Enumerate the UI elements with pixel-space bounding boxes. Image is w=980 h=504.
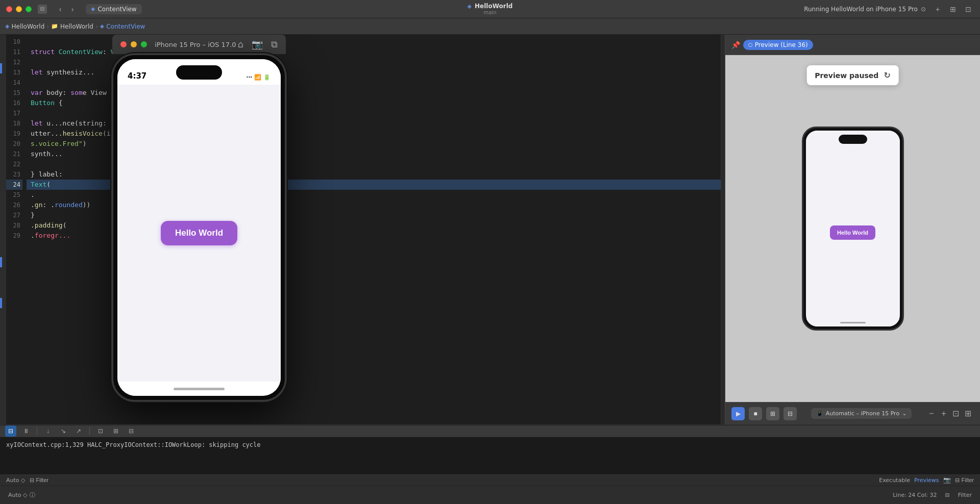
preview-grid-button[interactable]: ⊞ xyxy=(766,407,779,420)
ln-20: 20 xyxy=(6,139,22,149)
previews-label: Previews xyxy=(914,477,939,484)
ln-19: 19 xyxy=(6,129,22,139)
app-icon: ◈ xyxy=(468,3,472,10)
nav-back-button[interactable]: ‹ xyxy=(55,4,65,14)
ln-11: 11 xyxy=(6,47,22,57)
preview-screen: Hello World xyxy=(806,147,900,318)
step-out-btn[interactable]: ↗ xyxy=(73,425,84,437)
status-left: Auto ◇ ⓘ xyxy=(8,491,35,499)
maximize-button[interactable] xyxy=(26,6,32,12)
preview-stop-button[interactable]: ■ xyxy=(749,407,762,420)
ln-24: 24 xyxy=(6,180,22,190)
debug-pause-btn[interactable]: ⏸ xyxy=(20,425,32,437)
traffic-lights xyxy=(6,6,32,12)
close-button[interactable] xyxy=(6,6,12,12)
preview-hello-world-button[interactable]: Hello World xyxy=(830,225,875,240)
iphone-status-right: ··· 📶 🔋 xyxy=(247,74,271,81)
zoom-reset-button[interactable]: ⊞ xyxy=(963,408,974,419)
camera-bottom-icon: 📷 xyxy=(943,476,951,484)
breadcrumb-tab[interactable]: ◈ ContentView xyxy=(86,4,142,14)
line-indicator-2 xyxy=(0,257,2,267)
sim-home-icon[interactable]: ⌂ xyxy=(238,39,243,50)
sim-maximize[interactable] xyxy=(141,41,147,47)
bottom-toolbar: ⊟ ⏸ ↓ ↘ ↗ ⊡ ⊞ ⊟ xyxy=(0,425,980,437)
preview-iphone-inner: Hello World xyxy=(806,131,900,326)
debug-active-btn[interactable]: ⊟ xyxy=(5,425,16,437)
swift-icon: ◈ xyxy=(91,6,95,12)
zoom-out-button[interactable]: − xyxy=(926,408,937,419)
filter-button[interactable]: ⊟ Filter xyxy=(30,477,48,484)
sim-screenshot-icon[interactable]: 📷 xyxy=(252,39,263,50)
titlebar-icons: ⊟ xyxy=(38,5,47,14)
editor: 10 11 12 13 14 15 16 17 18 19 20 21 22 2… xyxy=(0,35,725,424)
app-window: ⊟ ‹ › ◈ ContentView ◈ HelloWorld main Ru… xyxy=(0,0,980,504)
ln-14: 14 xyxy=(6,78,22,88)
chevron-down-icon: ⌄ xyxy=(902,410,906,417)
breadcrumb-nav: ◈ HelloWorld › 📁 HelloWorld › ◈ ContentV… xyxy=(5,23,145,30)
editor-scrollbar[interactable] xyxy=(721,35,725,424)
share-btn[interactable]: ⊞ xyxy=(110,425,121,437)
pin-icon[interactable]: 📌 xyxy=(731,41,740,49)
console-output: xyIOContext.cpp:1,329 HALC_ProxyIOContex… xyxy=(0,437,980,474)
ln-23: 23 xyxy=(6,169,22,180)
activity-icon: ⊙ xyxy=(921,6,926,13)
add-button[interactable]: + xyxy=(932,4,943,15)
preview-dynamic-island xyxy=(839,135,867,144)
step-over-btn[interactable]: ↓ xyxy=(42,425,54,437)
clear-btn[interactable]: ⊡ xyxy=(95,425,106,437)
titlebar-center: ◈ HelloWorld main xyxy=(468,3,513,15)
ln-16: 16 xyxy=(6,98,22,108)
inspector-button[interactable]: ⊡ xyxy=(963,4,974,15)
breadcrumb-helloworld-app[interactable]: HelloWorld xyxy=(11,23,44,30)
breadcrumb-helloworld-folder[interactable]: HelloWorld xyxy=(60,23,93,30)
zoom-in-button[interactable]: + xyxy=(938,408,949,419)
preview-paused-banner: Preview paused ↻ xyxy=(806,65,899,85)
preview-toolbar-left: 📌 ○ Preview (Line 36) xyxy=(731,40,813,50)
ln-12: 12 xyxy=(6,57,22,67)
preview-bottom-toolbar: ▶ ■ ⊞ ⊟ 📱 Automatic – iPhone 15 Pro ⌄ − … xyxy=(725,402,980,424)
device-selector-label: Automatic – iPhone 15 Pro xyxy=(826,410,899,417)
content-area: 10 11 12 13 14 15 16 17 18 19 20 21 22 2… xyxy=(0,35,980,424)
ln-28: 28 xyxy=(6,220,22,231)
minimize-button[interactable] xyxy=(16,6,22,12)
nav-forward-button[interactable]: › xyxy=(67,4,78,14)
battery-icon: 🔋 xyxy=(263,74,271,81)
iphone-selector-icon: 📱 xyxy=(816,410,823,417)
status-bar: Auto ◇ ⓘ Line: 24 Col: 32 ⊟ Filter xyxy=(0,486,980,504)
sim-rotate-icon[interactable]: ⧉ xyxy=(271,39,278,50)
line-indicator-3 xyxy=(0,298,2,308)
preview-circle-icon: ○ xyxy=(748,42,753,47)
ln-10: 10 xyxy=(6,37,22,47)
home-bar xyxy=(174,388,225,390)
simulator-overlay: iPhone 15 Pro – iOS 17.0 ⌂ 📷 ⧉ 4:37 xyxy=(112,35,286,401)
breadcrumb-tab-label: ContentView xyxy=(97,6,136,13)
step-into-btn[interactable]: ↘ xyxy=(58,425,69,437)
sim-close[interactable] xyxy=(120,41,127,47)
layout-button[interactable]: ⊞ xyxy=(947,4,959,15)
hello-world-button[interactable]: Hello World xyxy=(161,221,237,245)
status-right-bar: Line: 24 Col: 32 ⊟ Filter xyxy=(893,492,972,498)
preview-controls-left: ▶ ■ ⊞ ⊟ xyxy=(731,407,797,420)
filter-bottom-icon: ⊟ xyxy=(945,492,950,498)
titlebar-right: Running HelloWorld on iPhone 15 Pro ⊙ + … xyxy=(804,4,974,15)
preview-content: Preview paused ↻ Hello World xyxy=(725,55,980,402)
preview-toolbar: 📌 ○ Preview (Line 36) xyxy=(725,35,980,55)
filter-right-icon: ⊟ xyxy=(955,477,960,484)
preview-inspect-button[interactable]: ⊟ xyxy=(783,407,797,420)
device-selector[interactable]: 📱 Automatic – iPhone 15 Pro ⌄ xyxy=(811,408,912,419)
inspect-btn[interactable]: ⊟ xyxy=(126,425,137,437)
preview-play-button[interactable]: ▶ xyxy=(731,407,745,420)
iphone-inner: 4:37 ··· 📶 🔋 Hello World xyxy=(117,59,281,396)
preview-refresh-icon[interactable]: ↻ xyxy=(884,70,890,80)
info-icon: ⓘ xyxy=(30,491,35,499)
zoom-fit-button[interactable]: ⊡ xyxy=(950,408,962,419)
titlebar-nav: ‹ › xyxy=(55,4,78,14)
filter-right-button[interactable]: ⊟ Filter xyxy=(955,477,974,484)
filter-bottom-label: Filter xyxy=(958,492,972,498)
filter-right-label: Filter xyxy=(962,477,974,483)
app-breadcrumb-icon: ◈ xyxy=(5,23,9,30)
sidebar-toggle-icon[interactable]: ⊟ xyxy=(38,5,47,14)
breadcrumb-contentview[interactable]: ContentView xyxy=(106,23,145,30)
filter-label: Filter xyxy=(36,477,48,483)
sim-minimize[interactable] xyxy=(131,41,137,47)
